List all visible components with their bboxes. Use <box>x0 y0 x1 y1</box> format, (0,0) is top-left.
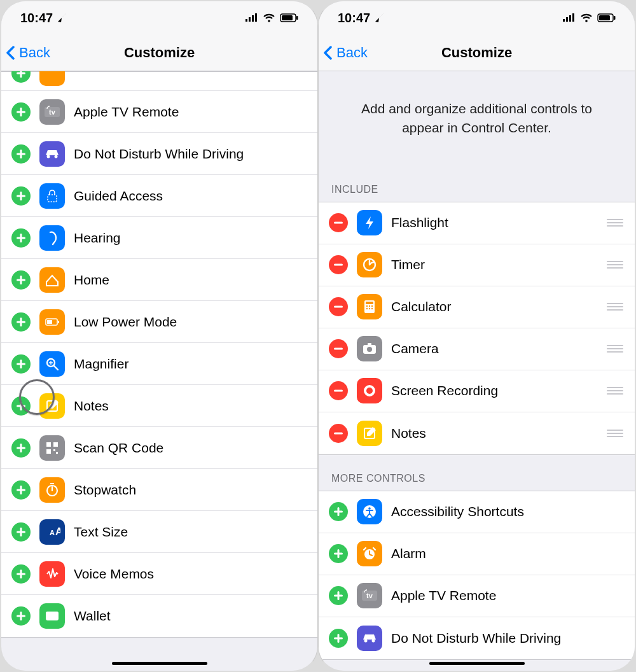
chevron-left-icon <box>6 45 18 60</box>
item-label: Apple TV Remote <box>391 588 625 603</box>
cellular-icon <box>245 13 259 22</box>
add-button[interactable] <box>11 606 31 626</box>
item-label: Wallet <box>74 608 307 624</box>
list-item: Scan QR Code <box>1 427 317 469</box>
item-label: Hearing <box>74 230 307 246</box>
add-button[interactable] <box>11 228 31 248</box>
item-label: Notes <box>391 426 597 441</box>
home-icon <box>39 267 65 293</box>
status-time: 10:47 <box>20 11 53 25</box>
flashlight-icon <box>357 210 382 235</box>
list-item <box>1 72 317 91</box>
item-label: Home <box>74 272 307 288</box>
section-more-header: More Controls <box>319 455 635 491</box>
wifi-icon <box>580 13 593 22</box>
drag-handle[interactable] <box>605 303 625 311</box>
list-item: Do Not Disturb While Driving <box>319 617 635 659</box>
voicememos-icon <box>39 561 65 587</box>
remove-button[interactable] <box>329 213 348 232</box>
add-button[interactable] <box>11 564 31 584</box>
list-item: Low Power Mode <box>1 301 317 343</box>
calculator-icon <box>357 294 382 319</box>
list-scroll[interactable]: Apple TV Remote Do Not Disturb While Dri… <box>1 71 317 672</box>
list-item: Text Size <box>1 511 317 553</box>
ear-icon <box>39 225 65 251</box>
apple-tv-icon <box>357 583 382 608</box>
alarm-icon <box>357 541 382 566</box>
list-item: Guided Access <box>1 175 317 217</box>
list-item: Camera <box>319 328 635 370</box>
home-indicator[interactable] <box>429 662 525 665</box>
item-label: Scan QR Code <box>74 440 307 456</box>
back-button[interactable]: Back <box>324 45 368 61</box>
add-button[interactable] <box>329 502 348 521</box>
wallet-icon <box>39 603 65 629</box>
status-bar: 10:47 <box>319 1 635 34</box>
list-scroll[interactable]: Add and organize additional controls to … <box>319 71 635 672</box>
list-item: Do Not Disturb While Driving <box>1 133 317 175</box>
list-item: Notes <box>1 385 317 427</box>
camera-icon <box>357 336 382 361</box>
stopwatch-icon <box>39 477 65 503</box>
add-button[interactable] <box>329 544 348 563</box>
lowpower-icon <box>39 309 65 335</box>
back-label: Back <box>336 45 368 61</box>
item-label: Alarm <box>391 546 625 561</box>
list-item: Magnifier <box>1 343 317 385</box>
list-item: Apple TV Remote <box>1 91 317 133</box>
remove-button[interactable] <box>329 297 348 316</box>
item-label: Text Size <box>74 524 307 540</box>
phone-right: 10:47 Back Customize Add and organize ad… <box>318 0 636 672</box>
drag-handle[interactable] <box>605 261 625 269</box>
list-item: Calculator <box>319 286 635 328</box>
status-time: 10:47 <box>338 11 370 25</box>
battery-icon <box>597 13 616 22</box>
item-label: Do Not Disturb While Driving <box>391 631 625 646</box>
hero-text: Add and organize additional controls to … <box>319 71 635 166</box>
add-button[interactable] <box>11 144 31 164</box>
add-button[interactable] <box>11 522 31 542</box>
add-button[interactable] <box>329 586 348 605</box>
item-label: Do Not Disturb While Driving <box>74 146 307 162</box>
add-button[interactable] <box>11 270 31 290</box>
list-item: Accessibility Shortcuts <box>319 491 635 533</box>
nav-bar: Back Customize <box>319 34 635 71</box>
back-button[interactable]: Back <box>6 45 50 61</box>
add-button[interactable] <box>11 354 31 374</box>
remove-button[interactable] <box>329 424 348 443</box>
home-indicator[interactable] <box>112 662 207 665</box>
item-label: Apple TV Remote <box>74 104 307 120</box>
add-button[interactable] <box>329 629 348 648</box>
apple-tv-icon <box>39 99 65 125</box>
add-button[interactable] <box>11 312 31 332</box>
list-item: Stopwatch <box>1 469 317 511</box>
battery-icon <box>279 13 298 22</box>
status-bar: 10:47 <box>1 1 317 34</box>
remove-button[interactable] <box>329 381 348 400</box>
list-item: Notes <box>319 412 635 454</box>
remove-button[interactable] <box>329 255 348 274</box>
remove-button[interactable] <box>329 339 348 358</box>
drag-handle[interactable] <box>605 430 625 437</box>
magnifier-icon <box>39 351 65 377</box>
drag-handle[interactable] <box>605 345 625 353</box>
drag-handle[interactable] <box>605 219 625 227</box>
nav-bar: Back Customize <box>1 34 317 71</box>
add-button[interactable] <box>11 480 31 500</box>
item-label: Camera <box>391 341 597 356</box>
notes-icon <box>39 393 65 419</box>
add-button[interactable] <box>11 438 31 458</box>
add-button[interactable] <box>11 396 31 416</box>
add-button[interactable] <box>11 102 31 122</box>
add-button[interactable] <box>11 186 31 206</box>
drag-handle[interactable] <box>605 387 625 395</box>
list-item: Apple TV Remote <box>319 575 635 617</box>
item-label: Calculator <box>391 299 597 314</box>
list-item: Hearing <box>1 217 317 259</box>
add-button[interactable] <box>11 71 31 83</box>
wifi-icon <box>263 13 275 22</box>
location-icon <box>57 13 67 23</box>
qr-icon <box>39 435 65 461</box>
list-item: Alarm <box>319 533 635 575</box>
list-item: Flashlight <box>319 202 635 244</box>
